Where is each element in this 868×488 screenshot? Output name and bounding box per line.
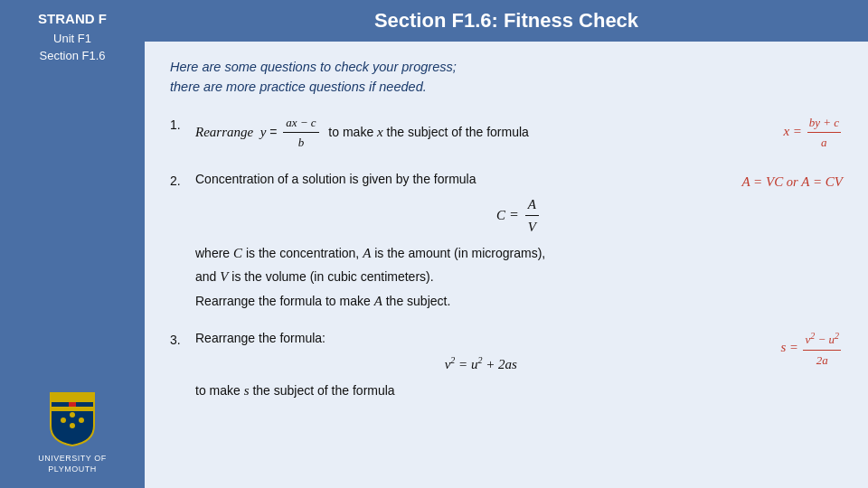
university-name: UNIVERSITY OF PLYMOUTH [38,453,106,475]
q1-number: 1. [170,116,195,135]
page-header: Section F1.6: Fitness Check [145,0,868,42]
q3-formula: v2 = u2 + 2as [195,353,843,375]
logo-area: UNIVERSITY OF PLYMOUTH [38,389,106,475]
question-1: 1. x = by + c a Rearrange y = ax − c b [170,114,843,155]
university-shield-icon [43,389,101,447]
question-3: 3. s = v2 − u2 2a Rearrange the formula:… [170,329,843,405]
page-title: Section F1.6: Fitness Check [374,9,638,32]
svg-rect-1 [51,407,94,411]
q3-body: s = v2 − u2 2a Rearrange the formula: v2… [195,329,843,405]
section-label: Section F1.6 [40,49,106,62]
svg-point-5 [70,423,75,428]
svg-rect-6 [69,402,76,407]
svg-rect-0 [51,393,94,402]
question-2: 2. A = VC or A = CV Concentration of a s… [170,170,843,315]
svg-point-3 [70,412,75,418]
q2-body: A = VC or A = CV Concentration of a solu… [195,170,843,315]
unit-label: Unit F1 [53,32,91,45]
q2-answer: A = VC or A = CV [741,172,843,192]
q1-answer: x = by + c a [783,114,843,152]
q2-formula: C = A V [195,194,843,238]
sidebar: STRAND F Unit F1 Section F1.6 UNIVERSITY… [0,0,145,488]
q3-answer: s = v2 − u2 2a [781,329,843,369]
strand-title: STRAND F [38,11,107,26]
q3-number: 3. [170,331,195,350]
svg-point-4 [79,418,84,423]
content-area: Here are some questions to check your pr… [145,42,868,488]
q2-number: 2. [170,172,195,191]
svg-point-2 [61,418,66,423]
intro-text: Here are some questions to check your pr… [170,58,843,98]
q1-body: x = by + c a Rearrange y = ax − c b to m… [195,114,843,155]
main-content: Section F1.6: Fitness Check Here are som… [145,0,868,488]
